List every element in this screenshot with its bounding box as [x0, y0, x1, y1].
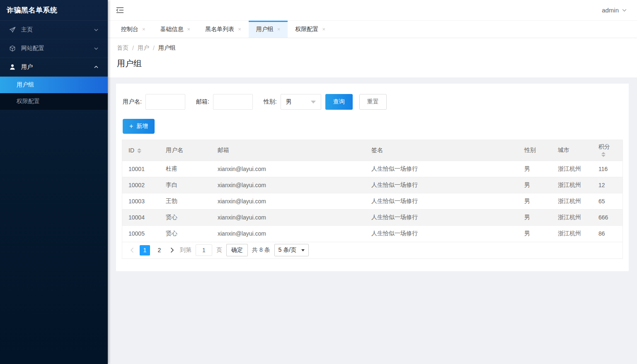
- close-icon[interactable]: ×: [238, 27, 241, 32]
- cell-username: 贤心: [160, 226, 211, 242]
- sidebar-item-user-group[interactable]: 用户组: [0, 77, 108, 93]
- breadcrumb-item-user[interactable]: 用户: [138, 44, 149, 52]
- main-area: admin 控制台 × 基础信息 × 黑名单列表 × 用户组 ×: [108, 0, 637, 364]
- user-icon: [9, 64, 16, 70]
- cell-sex: 男: [518, 193, 552, 210]
- goto-page-input[interactable]: [196, 244, 212, 256]
- gender-selected-value: 男: [286, 98, 292, 106]
- pagination: 1 2 到第 页 确定 共 8 条 5 条/页: [122, 242, 622, 258]
- cell-email: xianxin@layui.com: [211, 210, 365, 226]
- cell-email: xianxin@layui.com: [211, 161, 365, 177]
- cell-email: xianxin@layui.com: [211, 193, 365, 210]
- tab-permission-config[interactable]: 权限配置 ×: [288, 21, 333, 38]
- sidebar-item-site-config[interactable]: 网站配置: [0, 39, 108, 58]
- username-label: 用户名:: [123, 98, 142, 106]
- sidebar: 诈骗黑名单系统 主页 网站配置: [0, 0, 108, 364]
- cell-email: xianxin@layui.com: [211, 177, 365, 193]
- table-row: 10001 杜甫 xianxin@layui.com 人生恰似一场修行 男 浙江…: [122, 161, 622, 177]
- app-root: 诈骗黑名单系统 主页 网站配置: [0, 0, 637, 364]
- sidebar-item-permission-config[interactable]: 权限配置: [0, 93, 108, 110]
- sidebar-item-user[interactable]: 用户: [0, 58, 108, 77]
- tab-label: 黑名单列表: [205, 26, 234, 33]
- tab-user-group[interactable]: 用户组 ×: [249, 21, 288, 38]
- close-icon[interactable]: ×: [322, 27, 325, 32]
- cell-id: 10004: [122, 210, 160, 226]
- cell-sex: 男: [518, 161, 552, 177]
- cell-id: 10003: [122, 193, 160, 210]
- column-header-username: 用户名: [160, 140, 211, 161]
- sidebar-item-label: 主页: [21, 26, 33, 34]
- sidebar-item-home[interactable]: 主页: [0, 21, 108, 39]
- close-icon[interactable]: ×: [142, 27, 145, 32]
- table-header: ID 用户名 邮箱 签名 性别 城市 积分: [122, 140, 622, 161]
- cell-city: 浙江杭州: [552, 177, 592, 193]
- per-page-value: 5 条/页: [279, 246, 297, 254]
- per-page-select[interactable]: 5 条/页: [274, 244, 309, 256]
- next-page-icon[interactable]: [169, 247, 176, 253]
- sidebar-item-label: 用户: [21, 63, 33, 71]
- cell-sign: 人生恰似一场修行: [365, 161, 518, 177]
- cell-score: 12: [592, 177, 622, 193]
- content-area: 用户名: 邮箱: 性别: 男 查询 重置 + 新增: [108, 78, 637, 364]
- sidebar-item-label: 权限配置: [17, 98, 40, 105]
- cell-username: 李白: [160, 177, 211, 193]
- chevron-down-icon: [94, 46, 99, 51]
- cell-city: 浙江杭州: [552, 210, 592, 226]
- breadcrumb-separator: /: [132, 45, 134, 51]
- tab-label: 用户组: [256, 26, 274, 33]
- column-header-sign: 签名: [365, 140, 518, 161]
- cell-score: 116: [592, 161, 622, 177]
- column-header-sex: 性别: [518, 140, 552, 161]
- sidebar-submenu-user: 用户组 权限配置: [0, 77, 108, 110]
- user-table: ID 用户名 邮箱 签名 性别 城市 积分: [122, 140, 623, 259]
- tab-console[interactable]: 控制台 ×: [114, 21, 153, 38]
- page-number-1[interactable]: 1: [140, 245, 150, 256]
- tab-basic-info[interactable]: 基础信息 ×: [153, 21, 198, 38]
- add-button[interactable]: + 新增: [123, 119, 155, 134]
- gender-select[interactable]: 男: [281, 94, 321, 110]
- chevron-down-icon: [301, 249, 305, 251]
- sidebar-menu: 主页 网站配置: [0, 21, 108, 110]
- send-icon: [9, 27, 16, 33]
- cell-sex: 男: [518, 177, 552, 193]
- confirm-page-button[interactable]: 确定: [226, 244, 248, 256]
- search-button[interactable]: 查询: [325, 94, 353, 110]
- page-number-2[interactable]: 2: [154, 245, 165, 256]
- column-header-city: 城市: [552, 140, 592, 161]
- tab-blacklist[interactable]: 黑名单列表 ×: [198, 21, 249, 38]
- column-header-id[interactable]: ID: [122, 140, 160, 161]
- cell-score: 65: [592, 193, 622, 210]
- column-header-score[interactable]: 积分: [592, 140, 622, 161]
- username-input[interactable]: [145, 94, 185, 110]
- close-icon[interactable]: ×: [187, 27, 191, 32]
- chevron-down-icon: [94, 27, 99, 32]
- sort-icon[interactable]: [601, 152, 606, 157]
- close-icon[interactable]: ×: [277, 27, 281, 32]
- sort-icon[interactable]: [137, 148, 141, 153]
- cell-score: 666: [592, 210, 622, 226]
- reset-button[interactable]: 重置: [359, 94, 387, 110]
- table-row: 10004 贤心 xianxin@layui.com 人生恰似一场修行 男 浙江…: [122, 210, 622, 226]
- collapse-sidebar-icon[interactable]: [116, 7, 124, 13]
- cell-sign: 人生恰似一场修行: [365, 193, 518, 210]
- sidebar-item-label: 用户组: [17, 81, 34, 89]
- search-form: 用户名: 邮箱: 性别: 男 查询 重置: [123, 94, 623, 110]
- cell-id: 10002: [122, 177, 160, 193]
- user-group-card: 用户名: 邮箱: 性别: 男 查询 重置 + 新增: [116, 84, 629, 271]
- breadcrumb-item-current: 用户组: [158, 44, 176, 52]
- cell-sex: 男: [518, 226, 552, 242]
- chevron-up-icon: [94, 65, 99, 70]
- cell-email: xianxin@layui.com: [211, 226, 365, 242]
- cell-sex: 男: [518, 210, 552, 226]
- plus-icon: +: [129, 123, 133, 130]
- cell-sign: 人生恰似一场修行: [365, 226, 518, 242]
- add-button-label: 新增: [136, 123, 148, 130]
- cell-city: 浙江杭州: [552, 161, 592, 177]
- breadcrumb-item-home[interactable]: 首页: [117, 44, 128, 52]
- cell-id: 10001: [122, 161, 160, 177]
- prev-page-icon[interactable]: [128, 247, 136, 253]
- user-menu[interactable]: admin: [602, 7, 627, 14]
- goto-page-label: 到第: [180, 246, 191, 254]
- cell-city: 浙江杭州: [552, 193, 592, 210]
- email-input[interactable]: [213, 94, 253, 110]
